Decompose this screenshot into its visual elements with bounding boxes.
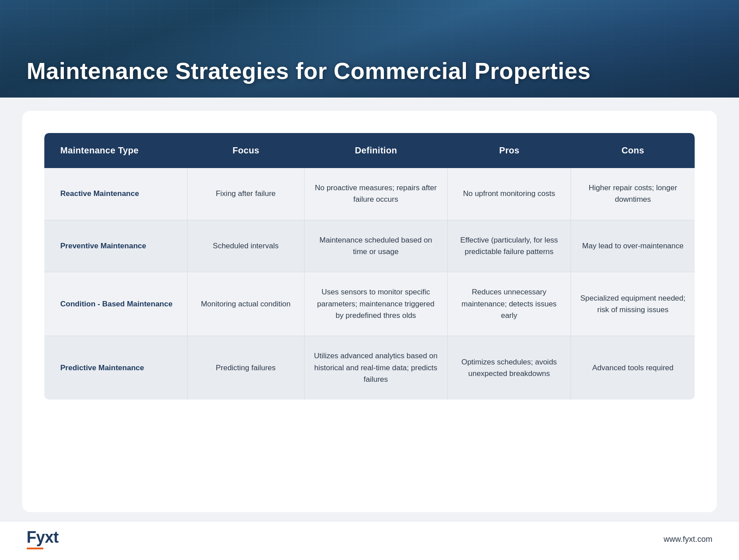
brand-name: Fyxt [27, 529, 59, 545]
table-row: Preventive MaintenanceScheduled interval… [44, 220, 695, 273]
cell-cons-3: Advanced tools required [571, 336, 695, 399]
col-header-focus: Focus [188, 133, 305, 168]
cell-cons-0: Higher repair costs; longer downtimes [571, 168, 695, 220]
cell-cons-1: May lead to over-maintenance [571, 220, 695, 273]
website-url: www.fyxt.com [664, 535, 712, 544]
main-card: Maintenance Type Focus Definition Pros C… [22, 111, 717, 512]
cell-focus-2: Monitoring actual condition [188, 272, 305, 336]
cell-type-2: Condition - Based Maintenance [44, 272, 188, 336]
cell-type-3: Predictive Maintenance [44, 336, 188, 399]
hero-title-wrapper: Maintenance Strategies for Commercial Pr… [27, 58, 712, 84]
cell-focus-3: Predicting failures [188, 336, 305, 399]
col-header-pros: Pros [448, 133, 571, 168]
cell-focus-1: Scheduled intervals [188, 220, 305, 273]
table-row: Reactive MaintenanceFixing after failure… [44, 168, 695, 220]
cell-definition-0: No proactive measures; repairs after fai… [305, 168, 448, 220]
cell-definition-3: Utilizes advanced analytics based on his… [305, 336, 448, 399]
cell-definition-1: Maintenance scheduled based on time or u… [305, 220, 448, 273]
table-body: Reactive MaintenanceFixing after failure… [44, 168, 695, 399]
brand-underline [27, 548, 43, 549]
col-header-type: Maintenance Type [44, 133, 188, 168]
table-header: Maintenance Type Focus Definition Pros C… [44, 133, 695, 168]
table-row: Predictive MaintenancePredicting failure… [44, 336, 695, 399]
col-header-cons: Cons [571, 133, 695, 168]
cell-pros-2: Reduces unnecessary maintenance; detects… [448, 272, 571, 336]
hero-section: Maintenance Strategies for Commercial Pr… [0, 0, 739, 98]
cell-pros-0: No upfront monitoring costs [448, 168, 571, 220]
cell-pros-3: Optimizes schedules; avoids unexpected b… [448, 336, 571, 399]
cell-type-1: Preventive Maintenance [44, 220, 188, 273]
footer: Fyxt www.fyxt.com [0, 521, 739, 560]
comparison-table: Maintenance Type Focus Definition Pros C… [44, 133, 695, 399]
cell-cons-2: Specialized equipment needed; risk of mi… [571, 272, 695, 336]
page-title: Maintenance Strategies for Commercial Pr… [27, 58, 712, 84]
cell-pros-1: Effective (particularly, for less predic… [448, 220, 571, 273]
cell-type-0: Reactive Maintenance [44, 168, 188, 220]
cell-definition-2: Uses sensors to monitor specific paramet… [305, 272, 448, 336]
cell-focus-0: Fixing after failure [188, 168, 305, 220]
col-header-definition: Definition [305, 133, 448, 168]
brand-logo: Fyxt [27, 529, 59, 549]
table-row: Condition - Based MaintenanceMonitoring … [44, 272, 695, 336]
